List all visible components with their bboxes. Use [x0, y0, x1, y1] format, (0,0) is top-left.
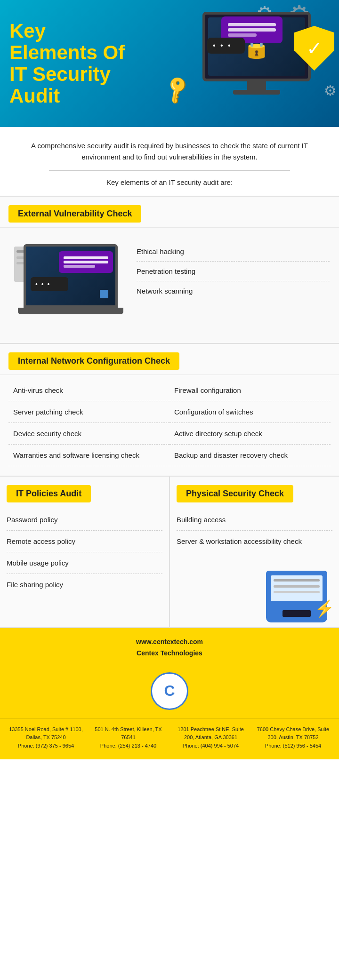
- list-item: Anti-virus check: [8, 380, 170, 401]
- intro-body: A comprehensive security audit is requir…: [19, 140, 320, 163]
- gear-icon-bottom-right: ⚙: [324, 82, 337, 99]
- list-item: Building access: [177, 509, 332, 531]
- list-item: Backup and disaster recovery check: [170, 445, 331, 466]
- intro-section: A comprehensive security audit is requir…: [0, 127, 339, 197]
- footer-logo-row: C: [0, 668, 339, 718]
- intro-subtitle: Key elements of an IT security audit are…: [19, 178, 320, 186]
- list-item: Configuration of switches: [170, 401, 331, 423]
- list-item: Password policy: [7, 509, 162, 531]
- addr-phone: Phone: (404) 994 - 5074: [183, 743, 239, 749]
- addr-street: 501 N. 4th Street,: [95, 726, 135, 732]
- policies-row: IT Policies Audit Password policy Remote…: [0, 477, 339, 627]
- key-icon: 🔑: [161, 73, 194, 106]
- footer-address-4: 7600 Chevy Chase Drive, Suite 300, Austi…: [256, 725, 331, 750]
- list-item: Warranties and software licensing check: [8, 445, 170, 466]
- list-item: Firewall configuration: [170, 380, 331, 401]
- it-policies-col: IT Policies Audit Password policy Remote…: [0, 477, 170, 627]
- footer-company: Centex Technologies: [9, 648, 330, 659]
- external-section: External Vulnerability Check: [0, 197, 339, 343]
- footer-main: www.centextech.com Centex Technologies: [0, 628, 339, 668]
- list-item: File sharing policy: [7, 574, 162, 595]
- external-header-row: External Vulnerability Check: [0, 197, 339, 228]
- external-list: Ethical hacking Penetration testing Netw…: [127, 232, 334, 305]
- it-policies-header: IT Policies Audit: [0, 477, 169, 507]
- list-item: Ethical hacking: [137, 242, 330, 262]
- external-badge: External Vulnerability Check: [8, 205, 141, 223]
- addr-phone: Phone: (512) 956 - 5454: [265, 743, 321, 749]
- floppy-illustration: ⚡: [170, 566, 339, 627]
- list-item: Device security check: [8, 423, 170, 445]
- list-item: Server patching check: [8, 401, 170, 423]
- list-item: Server & workstation accessibility check: [177, 531, 332, 552]
- physical-security-col: Physical Security Check Building access …: [170, 477, 339, 627]
- addr-phone: Phone: (972) 375 - 9654: [18, 743, 74, 749]
- internal-grid: Anti-virus check Firewall configuration …: [0, 375, 339, 476]
- physical-security-header: Physical Security Check: [170, 477, 339, 507]
- list-item: Network scanning: [137, 281, 330, 301]
- header-section: Key Elements Of IT Security Audit ⚙ ⚙ ⚙ …: [0, 0, 339, 127]
- list-item: Penetration testing: [137, 262, 330, 281]
- footer-address-3: 1201 Peachtree St NE, Suite 200, Atlanta…: [173, 725, 249, 750]
- physical-security-list: Building access Server & workstation acc…: [170, 507, 339, 561]
- addr-phone: Phone: (254) 213 - 4740: [100, 743, 156, 749]
- lightning-icon: ⚡: [315, 599, 334, 618]
- external-content: • • • Ethical hacking Penetration testin…: [0, 228, 339, 343]
- shield-icon: ✓: [294, 26, 334, 71]
- internal-section: Internal Network Configuration Check Ant…: [0, 344, 339, 476]
- centex-logo: C: [151, 672, 188, 710]
- addr-street: 1201 Peachtree St NE,: [178, 726, 231, 732]
- intro-divider: [49, 170, 290, 171]
- internal-header-row: Internal Network Configuration Check: [0, 344, 339, 375]
- list-item: Remote access policy: [7, 531, 162, 552]
- physical-security-badge: Physical Security Check: [177, 485, 293, 502]
- it-policies-list: Password policy Remote access policy Mob…: [0, 507, 169, 605]
- footer-address-1: 13355 Noel Road, Suite # 1100, Dallas, T…: [8, 725, 84, 750]
- footer-website: www.centextech.com: [9, 637, 330, 648]
- logo-letter: C: [164, 682, 175, 700]
- it-policies-badge: IT Policies Audit: [7, 485, 91, 502]
- footer-address-2: 501 N. 4th Street, Killeen, TX 76541 Pho…: [91, 725, 166, 750]
- internal-badge: Internal Network Configuration Check: [8, 352, 179, 370]
- list-item: Active directory setup check: [170, 423, 331, 445]
- footer-addresses: 13355 Noel Road, Suite # 1100, Dallas, T…: [0, 718, 339, 760]
- addr-street: 7600 Chevy Chase Drive,: [257, 726, 316, 732]
- page-title: Key Elements Of IT Security Audit: [9, 20, 132, 107]
- addr-street: 13355 Noel Road,: [9, 726, 51, 732]
- external-illustration: • • •: [5, 232, 127, 334]
- list-item: Mobile usage policy: [7, 552, 162, 574]
- header-graphic: ⚙ ⚙ ⚙ 🔒 ✓ 🔑: [137, 0, 339, 127]
